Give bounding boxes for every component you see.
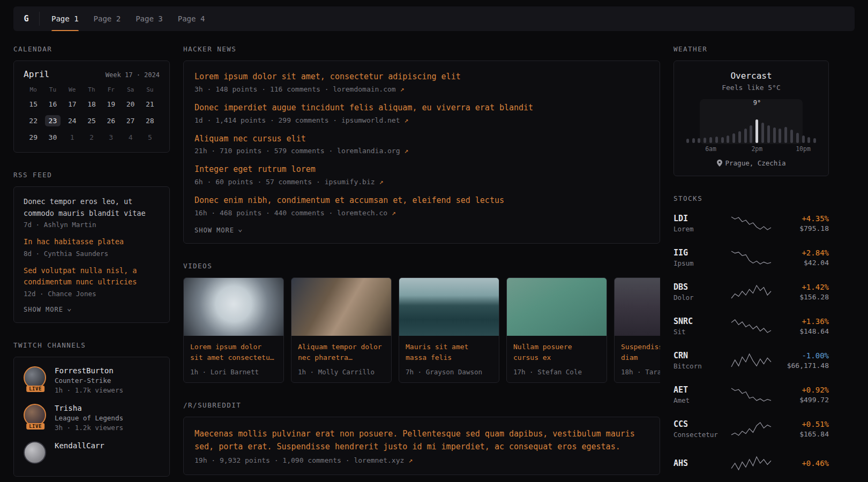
stock-price: $66,171.48 [780,362,829,370]
hacker-news-domain-link[interactable]: ipsumworld.net [341,116,400,124]
subreddit-post: Maecenas mollis pulvinar erat non posuer… [194,427,649,464]
calendar-day-label: We [63,86,82,93]
external-link-icon: ↗ [400,147,409,155]
stock-row[interactable]: LDILorem+4.35%$795.18 [674,210,829,237]
subreddit-domain-link[interactable]: loremnet.xyz [354,456,404,464]
dashboard-layout: CALENDAR April Week 17 · 2024 MoTuWeThFr… [0,31,868,482]
rss-item: In hac habitasse platea8d · Cynthia Saun… [24,236,160,258]
calendar-day-number: 29 [25,132,41,143]
twitch-channel[interactable]: LIVEForrestBurtonCounter-Strike1h · 1.7k… [24,366,160,394]
stock-row[interactable]: SNRCSit+1.36%$148.64 [674,313,829,340]
stock-row[interactable]: AHS+0.46% [674,450,829,477]
stock-row[interactable]: CRNBitcorn-1.00%$66,171.48 [674,347,829,374]
rss-item-list: Donec tempor eros leo, ut commodo mauris… [24,196,160,298]
calendar-day-label: Tu [43,86,62,93]
calendar-widget: CALENDAR April Week 17 · 2024 MoTuWeThFr… [13,45,170,153]
stock-change: +0.92% [780,386,829,394]
video-title[interactable]: Aliquam tempor dolor nec pharetra… [298,342,385,363]
weather-time-label: 10pm [796,145,811,153]
hacker-news-domain-link[interactable]: loremlandia.org [337,147,400,155]
video-meta: 7h · Grayson Dawson [406,368,492,376]
hacker-news-domain-link[interactable]: loremdomain.com [333,85,395,93]
weather-bar-slot [708,137,714,143]
weather-bar-slot [760,123,766,143]
external-link-icon: ↗ [396,85,405,93]
middle-column: HACKER NEWS Lorem ipsum dolor sit amet, … [183,45,660,475]
calendar-day: 23 [43,115,62,126]
video-card[interactable]: Mauris sit amet massa felis7h · Grayson … [399,277,499,383]
stock-row[interactable]: IIGIpsum+2.84%$42.04 [674,244,829,271]
calendar-day-number: 30 [45,132,61,143]
stock-info: CRNBitcorn [674,351,723,370]
weather-time-label: 6am [705,145,716,153]
stock-row[interactable]: AETAmet+0.92%$499.72 [674,381,829,408]
stock-values: +4.35%$795.18 [780,214,829,232]
calendar-day-number: 22 [25,115,41,126]
video-title[interactable]: Mauris sit amet massa felis [406,342,492,363]
twitch-channel-name: KendallCarr [55,441,104,450]
hacker-news-title[interactable]: Aliquam nec cursus elit [194,133,649,145]
tab-page-2[interactable]: Page 2 [86,6,129,31]
stock-sparkline-wrap [723,352,780,368]
stock-change: +4.35% [780,214,829,223]
calendar-day-number: 4 [125,132,137,143]
rss-show-more-button[interactable]: SHOW MORE ⌄ [24,306,72,313]
hacker-news-title[interactable]: Donec imperdiet augue tincidunt felis al… [194,102,649,114]
section-title-weather: WEATHER [674,45,829,53]
app-logo[interactable]: G [13,6,39,31]
twitch-channel-info: KendallCarr [55,441,104,450]
tab-page-4[interactable]: Page 4 [170,6,213,31]
weather-bar [784,127,787,143]
twitch-widget: TWITCH CHANNELS LIVEForrestBurtonCounter… [13,341,170,477]
stock-info: CCSConsectetur [674,419,723,439]
stock-row[interactable]: CCSConsectetur+0.51%$165.84 [674,416,829,442]
external-link-icon: ↗ [400,116,409,124]
twitch-channel-meta: 1h · 1.7k viewers [55,386,123,394]
section-title-rss: RSS FEED [13,171,170,179]
rss-widget: RSS FEED Donec tempor eros leo, ut commo… [13,171,170,323]
left-column: CALENDAR April Week 17 · 2024 MoTuWeThFr… [13,45,170,477]
twitch-channel[interactable]: LIVETrishaLeague of Legends3h · 1.2k vie… [24,404,160,432]
calendar-day-number: 23 [45,115,61,126]
stock-price: $165.84 [780,430,829,438]
calendar-day: 15 [24,99,43,110]
section-title-videos: VIDEOS [183,262,660,270]
video-title[interactable]: Lorem ipsum dolor sit amet consectetu… [190,342,277,363]
hacker-news-title[interactable]: Integer eget rutrum lorem [194,164,649,176]
video-title[interactable]: Suspendisse faucibus diam [621,342,660,363]
live-badge: LIVE [26,386,44,392]
hacker-news-domain-link[interactable]: ipsumify.biz [325,178,375,186]
video-card[interactable]: Lorem ipsum dolor sit amet consectetu…1h… [183,277,284,383]
video-card[interactable]: Suspendisse faucibus diam18h · Tara Moor… [614,277,660,383]
rss-item-title[interactable]: In hac habitasse platea [24,236,160,248]
calendar-day-number: 28 [142,115,158,126]
hacker-news-title[interactable]: Lorem ipsum dolor sit amet, consectetur … [194,71,649,83]
subreddit-widget: /R/SUBREDDIT Maecenas mollis pulvinar er… [183,401,660,475]
weather-bar [773,127,776,143]
tab-page-3[interactable]: Page 3 [128,6,170,31]
rss-item-title[interactable]: Sed volutpat nulla nisl, a condimentum n… [24,265,160,288]
hacker-news-title[interactable]: Donec enim nibh, condimentum et accumsan… [194,195,649,207]
calendar-day: 28 [140,115,160,126]
stock-sparkline-wrap [723,455,780,471]
stock-values: +2.84%$42.04 [780,248,829,267]
weather-bar [698,138,700,143]
calendar-header: April Week 17 · 2024 [24,69,160,79]
video-title[interactable]: Nullam posuere cursus ex [513,342,600,363]
calendar-day: 18 [82,99,101,110]
topbar-divider [39,12,40,26]
calendar-day: 20 [121,99,140,110]
subreddit-post-title[interactable]: Maecenas mollis pulvinar erat non posuer… [194,427,649,453]
video-card[interactable]: Aliquam tempor dolor nec pharetra…1h · M… [291,277,392,383]
twitch-channel[interactable]: KendallCarr [24,441,160,467]
video-card[interactable]: Nullam posuere cursus ex17h · Stefan Col… [506,277,607,383]
weather-bar [796,133,799,143]
stock-row[interactable]: DBSDolor+1.42%$156.28 [674,278,829,305]
stock-sparkline [730,455,772,471]
hacker-news-domain-link[interactable]: loremtech.co [337,209,387,217]
hn-show-more-button[interactable]: SHOW MORE ⌄ [194,227,243,234]
stock-sparkline [730,352,772,368]
stock-sparkline-wrap [723,250,780,266]
tab-page-1[interactable]: Page 1 [44,6,86,31]
rss-item-title[interactable]: Donec tempor eros leo, ut commodo mauris… [24,196,160,219]
